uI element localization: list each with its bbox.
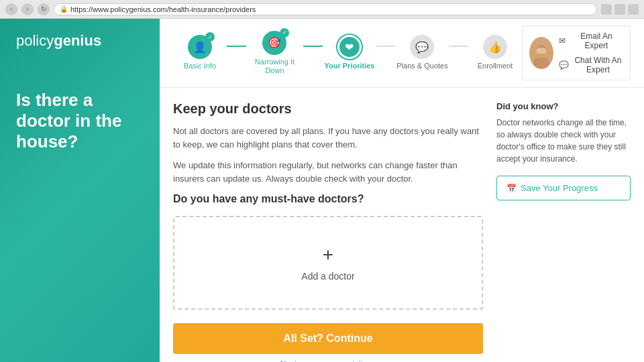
step-label-priorities: Your Priorities — [324, 62, 374, 70]
step-circle-narrowing: 🎯 ✓ — [262, 31, 286, 55]
save-icon: 📅 — [506, 184, 517, 193]
connector-4 — [449, 46, 468, 47]
step-circle-basic-info: 👤 ✓ — [188, 35, 212, 59]
chat-expert-label: Chat With An Expert — [573, 56, 623, 74]
sidebar: policygenius Is there a doctor in the ho… — [0, 19, 160, 362]
section-desc-2: We update this information regularly, bu… — [173, 159, 483, 185]
step-icon-narrowing: 🎯 — [268, 36, 281, 49]
steps-nav: 👤 ✓ Basic Info 🎯 ✓ Narrowing It Down — [173, 31, 522, 75]
connector-1 — [227, 46, 246, 47]
step-circle-enrollment: 👍 — [483, 35, 507, 59]
step-icon-enrollment: 👍 — [488, 41, 502, 54]
connector-3 — [376, 46, 396, 47]
expert-actions: ✉ Email An Expert 💬 Chat With An Expert — [559, 30, 623, 76]
step-badge-narrowing: ✓ — [280, 28, 289, 38]
step-icon-basic-info: 👤 — [193, 41, 207, 54]
svg-point-2 — [533, 57, 549, 69]
app-container: policygenius Is there a doctor in the ho… — [0, 19, 644, 362]
bookmark-icon[interactable] — [601, 4, 612, 15]
info-sidebar: Did you know? Doctor networks change all… — [496, 101, 631, 349]
extension-icon[interactable] — [614, 4, 625, 15]
step-plans-quotes[interactable]: 💬 Plans & Quotes — [395, 35, 449, 70]
step-label-basic-info: Basic Info — [184, 62, 216, 70]
email-expert-button[interactable]: ✉ Email An Expert — [559, 30, 623, 52]
lock-icon: 🔒 — [60, 5, 68, 13]
question-title: Do you have any must-have doctors? — [173, 193, 483, 205]
continue-button[interactable]: All Set? Continue — [173, 323, 483, 354]
logo: policygenius — [16, 32, 144, 50]
menu-icon[interactable] — [628, 4, 639, 15]
add-doctor-box[interactable]: + Add a doctor — [173, 216, 483, 310]
email-icon: ✉ — [559, 36, 566, 46]
step-circle-priorities: ❤ — [337, 35, 362, 59]
step-enrollment[interactable]: 👍 Enrollment — [468, 35, 522, 70]
step-circle-plans: 💬 — [410, 35, 434, 59]
connector-2 — [303, 46, 323, 47]
main-area: 👤 ✓ Basic Info 🎯 ✓ Narrowing It Down — [160, 19, 644, 362]
step-icon-plans: 💬 — [415, 41, 429, 54]
expert-panel: ✉ Email An Expert 💬 Chat With An Expert — [522, 25, 631, 80]
step-badge-basic-info: ✓ — [205, 32, 215, 42]
chat-icon: 💬 — [559, 60, 569, 70]
sidebar-content: policygenius Is there a doctor in the ho… — [16, 32, 144, 153]
expert-avatar — [529, 37, 553, 69]
save-progress-button[interactable]: 📅 Save Your Progress — [496, 176, 631, 200]
chat-expert-button[interactable]: 💬 Chat With An Expert — [559, 54, 623, 76]
logo-suffix: genius — [54, 32, 101, 49]
refresh-button[interactable]: ↻ — [38, 3, 50, 15]
add-plus-icon: + — [323, 244, 333, 265]
step-icon-priorities: ❤ — [345, 41, 354, 54]
email-expert-label: Email An Expert — [570, 32, 623, 50]
forward-button[interactable]: › — [21, 3, 34, 15]
step-narrowing[interactable]: 🎯 ✓ Narrowing It Down — [246, 31, 304, 75]
save-progress-label: Save Your Progress — [521, 183, 598, 193]
info-box-title: Did you know? — [496, 101, 631, 111]
url-text: https://www.policygenius.com/health-insu… — [70, 5, 256, 13]
step-label-narrowing: Narrowing It Down — [246, 58, 304, 75]
main-content: Keep your doctors Not all doctors are co… — [173, 101, 483, 349]
svg-rect-3 — [536, 48, 546, 54]
add-doctor-label: Add a doctor — [301, 271, 354, 282]
step-basic-info[interactable]: 👤 ✓ Basic Info — [173, 35, 227, 70]
browser-action-icons — [601, 4, 639, 15]
logo-prefix: policy — [16, 32, 54, 49]
section-desc-1: Not all doctors are covered by all plans… — [173, 125, 483, 151]
info-box-desc: Doctor networks change all the time, so … — [496, 117, 631, 165]
back-button[interactable]: ‹ — [5, 3, 17, 15]
url-bar[interactable]: 🔒 https://www.policygenius.com/health-in… — [54, 3, 597, 15]
step-label-plans: Plans & Quotes — [396, 62, 447, 70]
browser-chrome: ‹ › ↻ 🔒 https://www.policygenius.com/hea… — [0, 0, 644, 19]
next-up-text: Next up, your prescriptions — [173, 359, 483, 362]
steps-header: 👤 ✓ Basic Info 🎯 ✓ Narrowing It Down — [160, 19, 644, 88]
step-priorities[interactable]: ❤ Your Priorities — [323, 35, 376, 70]
content-body: Keep your doctors Not all doctors are co… — [160, 88, 644, 362]
section-title: Keep your doctors — [173, 101, 483, 117]
expert-photo — [529, 37, 553, 69]
step-label-enrollment: Enrollment — [478, 62, 513, 70]
sidebar-heading: Is there a doctor in the house? — [16, 90, 144, 153]
